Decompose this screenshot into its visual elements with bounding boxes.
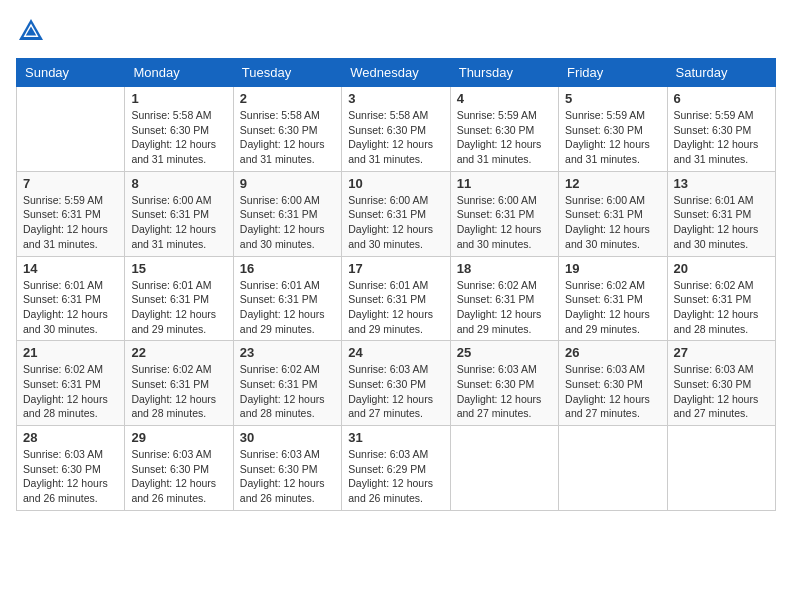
calendar-cell: 20Sunrise: 6:02 AMSunset: 6:31 PMDayligh… [667,256,775,341]
calendar-week-row: 28Sunrise: 6:03 AMSunset: 6:30 PMDayligh… [17,426,776,511]
day-info: Sunrise: 5:59 AMSunset: 6:30 PMDaylight:… [457,108,552,167]
day-number: 28 [23,430,118,445]
day-info: Sunrise: 6:03 AMSunset: 6:30 PMDaylight:… [240,447,335,506]
col-header-monday: Monday [125,59,233,87]
calendar-cell: 25Sunrise: 6:03 AMSunset: 6:30 PMDayligh… [450,341,558,426]
day-info: Sunrise: 6:01 AMSunset: 6:31 PMDaylight:… [23,278,118,337]
day-info: Sunrise: 6:01 AMSunset: 6:31 PMDaylight:… [674,193,769,252]
calendar-cell: 22Sunrise: 6:02 AMSunset: 6:31 PMDayligh… [125,341,233,426]
calendar-cell: 21Sunrise: 6:02 AMSunset: 6:31 PMDayligh… [17,341,125,426]
day-number: 21 [23,345,118,360]
day-info: Sunrise: 5:58 AMSunset: 6:30 PMDaylight:… [131,108,226,167]
day-number: 20 [674,261,769,276]
day-number: 6 [674,91,769,106]
day-info: Sunrise: 6:03 AMSunset: 6:30 PMDaylight:… [348,362,443,421]
calendar-cell: 13Sunrise: 6:01 AMSunset: 6:31 PMDayligh… [667,171,775,256]
calendar-cell [450,426,558,511]
day-number: 5 [565,91,660,106]
day-number: 30 [240,430,335,445]
day-number: 14 [23,261,118,276]
day-number: 12 [565,176,660,191]
day-number: 15 [131,261,226,276]
day-number: 11 [457,176,552,191]
day-info: Sunrise: 6:03 AMSunset: 6:30 PMDaylight:… [457,362,552,421]
calendar-week-row: 14Sunrise: 6:01 AMSunset: 6:31 PMDayligh… [17,256,776,341]
day-number: 27 [674,345,769,360]
day-info: Sunrise: 6:03 AMSunset: 6:29 PMDaylight:… [348,447,443,506]
day-number: 19 [565,261,660,276]
calendar-cell: 1Sunrise: 5:58 AMSunset: 6:30 PMDaylight… [125,87,233,172]
day-number: 8 [131,176,226,191]
calendar-cell: 14Sunrise: 6:01 AMSunset: 6:31 PMDayligh… [17,256,125,341]
calendar-cell [17,87,125,172]
calendar-cell: 28Sunrise: 6:03 AMSunset: 6:30 PMDayligh… [17,426,125,511]
calendar-cell: 10Sunrise: 6:00 AMSunset: 6:31 PMDayligh… [342,171,450,256]
day-info: Sunrise: 6:02 AMSunset: 6:31 PMDaylight:… [674,278,769,337]
calendar-cell: 19Sunrise: 6:02 AMSunset: 6:31 PMDayligh… [559,256,667,341]
calendar-cell: 3Sunrise: 5:58 AMSunset: 6:30 PMDaylight… [342,87,450,172]
calendar-cell: 31Sunrise: 6:03 AMSunset: 6:29 PMDayligh… [342,426,450,511]
day-number: 13 [674,176,769,191]
day-number: 26 [565,345,660,360]
calendar-cell: 12Sunrise: 6:00 AMSunset: 6:31 PMDayligh… [559,171,667,256]
col-header-saturday: Saturday [667,59,775,87]
calendar-cell: 2Sunrise: 5:58 AMSunset: 6:30 PMDaylight… [233,87,341,172]
day-info: Sunrise: 6:03 AMSunset: 6:30 PMDaylight:… [23,447,118,506]
day-info: Sunrise: 6:00 AMSunset: 6:31 PMDaylight:… [457,193,552,252]
calendar-cell: 24Sunrise: 6:03 AMSunset: 6:30 PMDayligh… [342,341,450,426]
logo [16,16,50,46]
day-number: 4 [457,91,552,106]
day-info: Sunrise: 5:59 AMSunset: 6:30 PMDaylight:… [565,108,660,167]
day-number: 9 [240,176,335,191]
col-header-friday: Friday [559,59,667,87]
calendar-cell: 18Sunrise: 6:02 AMSunset: 6:31 PMDayligh… [450,256,558,341]
day-number: 16 [240,261,335,276]
calendar-cell: 7Sunrise: 5:59 AMSunset: 6:31 PMDaylight… [17,171,125,256]
day-number: 25 [457,345,552,360]
calendar-week-row: 1Sunrise: 5:58 AMSunset: 6:30 PMDaylight… [17,87,776,172]
day-info: Sunrise: 6:03 AMSunset: 6:30 PMDaylight:… [131,447,226,506]
col-header-wednesday: Wednesday [342,59,450,87]
calendar-week-row: 21Sunrise: 6:02 AMSunset: 6:31 PMDayligh… [17,341,776,426]
day-info: Sunrise: 5:58 AMSunset: 6:30 PMDaylight:… [240,108,335,167]
col-header-thursday: Thursday [450,59,558,87]
calendar-cell: 4Sunrise: 5:59 AMSunset: 6:30 PMDaylight… [450,87,558,172]
day-number: 2 [240,91,335,106]
day-info: Sunrise: 6:00 AMSunset: 6:31 PMDaylight:… [348,193,443,252]
day-info: Sunrise: 6:01 AMSunset: 6:31 PMDaylight:… [240,278,335,337]
day-info: Sunrise: 6:03 AMSunset: 6:30 PMDaylight:… [674,362,769,421]
calendar-cell: 5Sunrise: 5:59 AMSunset: 6:30 PMDaylight… [559,87,667,172]
calendar-header-row: SundayMondayTuesdayWednesdayThursdayFrid… [17,59,776,87]
day-number: 3 [348,91,443,106]
calendar-cell: 30Sunrise: 6:03 AMSunset: 6:30 PMDayligh… [233,426,341,511]
calendar-cell: 15Sunrise: 6:01 AMSunset: 6:31 PMDayligh… [125,256,233,341]
calendar-cell: 16Sunrise: 6:01 AMSunset: 6:31 PMDayligh… [233,256,341,341]
calendar-cell [559,426,667,511]
day-info: Sunrise: 6:03 AMSunset: 6:30 PMDaylight:… [565,362,660,421]
day-info: Sunrise: 5:59 AMSunset: 6:30 PMDaylight:… [674,108,769,167]
day-number: 23 [240,345,335,360]
logo-icon [16,16,46,46]
day-info: Sunrise: 6:02 AMSunset: 6:31 PMDaylight:… [240,362,335,421]
calendar-cell: 11Sunrise: 6:00 AMSunset: 6:31 PMDayligh… [450,171,558,256]
day-info: Sunrise: 6:00 AMSunset: 6:31 PMDaylight:… [565,193,660,252]
calendar-cell: 6Sunrise: 5:59 AMSunset: 6:30 PMDaylight… [667,87,775,172]
calendar-cell: 17Sunrise: 6:01 AMSunset: 6:31 PMDayligh… [342,256,450,341]
day-number: 24 [348,345,443,360]
calendar-week-row: 7Sunrise: 5:59 AMSunset: 6:31 PMDaylight… [17,171,776,256]
day-number: 7 [23,176,118,191]
day-info: Sunrise: 6:00 AMSunset: 6:31 PMDaylight:… [131,193,226,252]
day-info: Sunrise: 6:01 AMSunset: 6:31 PMDaylight:… [131,278,226,337]
day-number: 22 [131,345,226,360]
col-header-tuesday: Tuesday [233,59,341,87]
day-number: 31 [348,430,443,445]
day-number: 17 [348,261,443,276]
day-info: Sunrise: 5:58 AMSunset: 6:30 PMDaylight:… [348,108,443,167]
day-number: 18 [457,261,552,276]
day-number: 29 [131,430,226,445]
day-info: Sunrise: 6:01 AMSunset: 6:31 PMDaylight:… [348,278,443,337]
calendar-cell: 29Sunrise: 6:03 AMSunset: 6:30 PMDayligh… [125,426,233,511]
calendar-cell: 23Sunrise: 6:02 AMSunset: 6:31 PMDayligh… [233,341,341,426]
day-info: Sunrise: 6:02 AMSunset: 6:31 PMDaylight:… [23,362,118,421]
day-info: Sunrise: 6:02 AMSunset: 6:31 PMDaylight:… [457,278,552,337]
